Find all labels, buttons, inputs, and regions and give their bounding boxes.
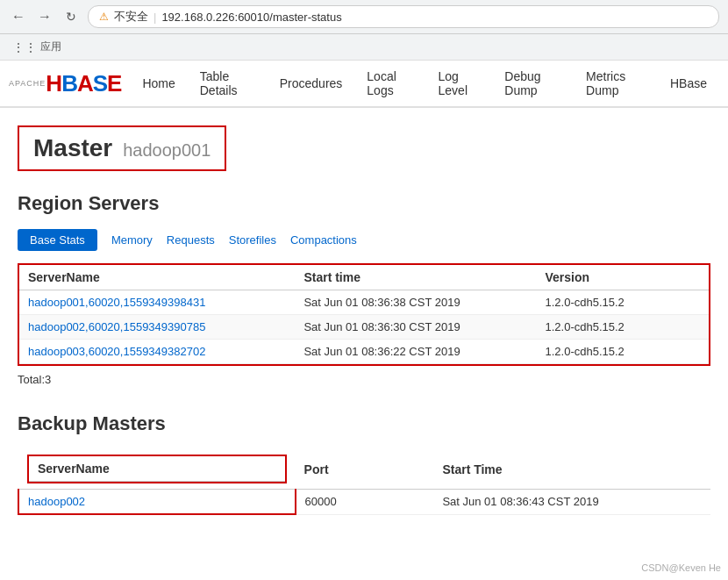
- server-table-wrap: ServerName Start time Version hadoop001,…: [18, 263, 710, 366]
- reload-button[interactable]: ↻: [61, 7, 81, 26]
- backup-col-starttime: Start Time: [433, 449, 710, 490]
- backup-row: hadoop002 60000 Sat Jun 01 08:36:43 CST …: [18, 490, 710, 515]
- tab-storefiles[interactable]: Storefiles: [229, 233, 276, 247]
- col-servername: ServerName: [19, 265, 295, 290]
- bookmarks-bar: ⋮⋮ 应用: [0, 34, 728, 61]
- tab-requests[interactable]: Requests: [167, 233, 215, 247]
- nav-hbase[interactable]: HBase: [658, 61, 719, 106]
- nav-table-details[interactable]: Table Details: [188, 61, 268, 106]
- main-nav: Home Table Details Procedures Local Logs…: [130, 61, 719, 106]
- nav-bar: APACHE HBASE Home Table Details Procedur…: [0, 61, 728, 108]
- backup-starttime-1: Sat Jun 01 08:36:43 CST 2019: [433, 490, 710, 515]
- nav-log-level[interactable]: Log Level: [426, 61, 493, 106]
- grid-icon: ⋮⋮: [12, 40, 37, 54]
- browser-bar: ← → ↻ ⚠ 不安全 | 192.168.0.226:60010/master…: [0, 0, 728, 34]
- tab-base-stats[interactable]: Base Stats: [18, 229, 97, 251]
- hbase-logo: APACHE HBASE: [9, 63, 121, 104]
- server-link-3[interactable]: hadoop003,60020,1559349382702: [28, 345, 205, 358]
- start-time-2: Sat Jun 01 08:36:30 CST 2019: [295, 315, 536, 340]
- backup-table: ServerName Port Start Time hadoop002 600…: [18, 449, 710, 515]
- nav-local-logs[interactable]: Local Logs: [354, 61, 425, 106]
- master-hostname: hadoop001: [123, 140, 211, 160]
- table-row: hadoop001,60020,1559349398431 Sat Jun 01…: [19, 290, 709, 315]
- backup-masters-section: Backup Masters ServerName Port Start Tim…: [18, 412, 710, 515]
- backup-col-port: Port: [296, 449, 434, 490]
- tab-bar: Base Stats Memory Requests Storefiles Co…: [18, 229, 710, 251]
- nav-debug-dump[interactable]: Debug Dump: [492, 61, 574, 106]
- region-servers-heading: Region Servers: [18, 192, 710, 215]
- version-2: 1.2.0-cdh5.15.2: [536, 315, 709, 340]
- apache-label: APACHE: [9, 79, 46, 88]
- back-button[interactable]: ←: [9, 7, 28, 26]
- backup-masters-heading: Backup Masters: [18, 412, 710, 435]
- apps-label: 应用: [40, 39, 61, 54]
- col-version: Version: [536, 265, 709, 290]
- main-content: Master hadoop001 Region Servers Base Sta…: [0, 108, 728, 533]
- address-bar[interactable]: ⚠ 不安全 | 192.168.0.226:60010/master-statu…: [88, 5, 719, 28]
- server-link-2[interactable]: hadoop002,60020,1559349390785: [28, 320, 205, 333]
- server-table: ServerName Start time Version hadoop001,…: [19, 265, 709, 364]
- tab-compactions[interactable]: Compactions: [290, 233, 357, 247]
- backup-col-servername: ServerName: [29, 456, 285, 482]
- region-servers-section: Region Servers Base Stats Memory Request…: [18, 192, 710, 386]
- start-time-3: Sat Jun 01 08:36:22 CST 2019: [295, 340, 536, 364]
- backup-server-link-1[interactable]: hadoop002: [28, 495, 85, 508]
- table-row: hadoop002,60020,1559349390785 Sat Jun 01…: [19, 315, 709, 340]
- backup-port-1: 60000: [296, 490, 434, 515]
- version-1: 1.2.0-cdh5.15.2: [536, 290, 709, 315]
- security-label: 不安全: [114, 9, 148, 25]
- master-title-box: Master hadoop001: [18, 125, 226, 171]
- forward-button[interactable]: →: [35, 7, 54, 26]
- start-time-1: Sat Jun 01 08:36:38 CST 2019: [295, 290, 536, 315]
- nav-metrics-dump[interactable]: Metrics Dump: [574, 61, 658, 106]
- nav-home[interactable]: Home: [130, 61, 187, 106]
- table-row: hadoop003,60020,1559349382702 Sat Jun 01…: [19, 340, 709, 364]
- server-link-1[interactable]: hadoop001,60020,1559349398431: [28, 296, 205, 309]
- master-title: Master: [33, 134, 112, 161]
- col-starttime: Start time: [295, 265, 536, 290]
- apps-button[interactable]: ⋮⋮ 应用: [9, 38, 65, 56]
- hbase-wordmark: HBASE: [46, 70, 121, 97]
- security-icon: ⚠: [99, 11, 109, 23]
- total-count: Total:3: [18, 373, 710, 386]
- tab-memory[interactable]: Memory: [111, 233, 153, 247]
- version-3: 1.2.0-cdh5.15.2: [536, 340, 709, 364]
- nav-procedures[interactable]: Procedures: [268, 61, 355, 106]
- url-text: 192.168.0.226:60010/master-status: [161, 11, 341, 24]
